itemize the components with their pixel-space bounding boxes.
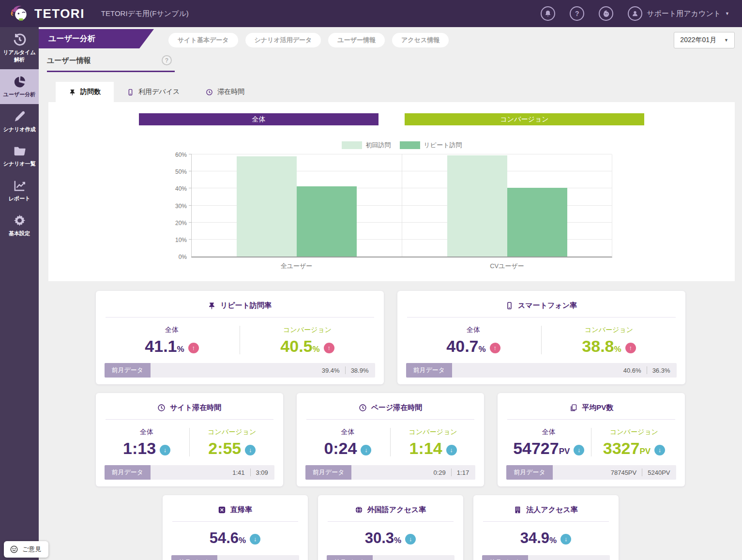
prev-month-label: 前月データ <box>105 465 151 480</box>
legend-item: 初回訪問 <box>342 141 391 150</box>
x-axis-labels: 全ユーザー CVユーザー <box>191 262 612 271</box>
pill-user-info[interactable]: ユーザー情報 <box>328 33 385 47</box>
card-smartphone-rate: スマートフォン率 全体 40.7% コンバージョン 38.8% 前月データ 40… <box>397 291 685 384</box>
card-bounce-rate: 直帰率 54.6% 前月データ 79% <box>163 495 308 560</box>
sidebar-item-scenario-create[interactable]: シナリオ作成 <box>0 104 39 139</box>
globe-icon <box>355 506 363 514</box>
card-page-duration: ページ滞在時間 全体 0:24 コンバージョン 1:14 前月データ 0:291… <box>297 393 484 486</box>
metric-single: 34.9% <box>482 522 610 555</box>
x-category-label: CVユーザー <box>402 262 612 271</box>
prev-month-bar: 前月データ 39.4%38.9% <box>105 363 375 378</box>
bar <box>237 156 297 257</box>
trend-down-icon <box>560 534 571 545</box>
help-icon[interactable] <box>162 55 172 65</box>
account-menu[interactable]: サポート用アカウント <box>628 6 729 21</box>
prev-month-bar: 前月データ 42.8% <box>327 555 454 560</box>
metric-conversion: コンバージョン 3327PV <box>591 428 676 456</box>
prev-month-label: 前月データ <box>406 363 453 378</box>
prev-month-bar: 前月データ 0:291:17 <box>305 465 475 480</box>
tab-devices[interactable]: 利用デバイス <box>114 82 193 102</box>
metric-conversion: コンバージョン 40.5% <box>240 326 375 354</box>
trend-down-icon <box>361 445 371 455</box>
folder-icon <box>13 144 27 158</box>
card-title: サイト滞在時間 <box>106 403 273 420</box>
metric-conversion: コンバージョン 38.8% <box>541 326 677 354</box>
trend-down-icon <box>250 534 260 545</box>
y-tick-label: 20% <box>165 220 187 227</box>
mascot-icon[interactable] <box>599 6 613 21</box>
card-corporate-access-rate: 法人アクセス率 34.9% 前月データ 66.9% <box>473 495 619 560</box>
trend-up-icon <box>188 343 199 353</box>
tab-duration[interactable]: 滞在時間 <box>193 82 257 102</box>
legend-label: リピート訪問 <box>424 141 462 150</box>
card-average-pv: 平均PV数 全体 54727PV コンバージョン 3327PV 前月データ 78… <box>498 393 685 486</box>
y-tick-label: 0% <box>165 254 187 260</box>
topbar: TETORI TETORIデモ用(Fサンプル) ? サポート用アカウント <box>0 0 742 27</box>
metric-overall: 全体 0:24 <box>305 428 390 456</box>
y-tick-label: 50% <box>165 168 187 175</box>
legend-item: リピート訪問 <box>400 141 462 150</box>
x-category-label: 全ユーザー <box>191 262 402 271</box>
metric-tabs: 訪問数 利用デバイス 滞在時間 <box>56 82 742 102</box>
legend-swatch <box>400 141 420 149</box>
card-title: 法人アクセス率 <box>483 505 609 522</box>
metric-overall: 全体 40.7% <box>406 326 541 354</box>
card-repeat-visit-rate: リピート訪問率 全体 41.1% コンバージョン 40.5% 前月データ 39.… <box>96 291 384 384</box>
metric-single: 30.3% <box>327 522 454 555</box>
pill-scenario-usage-data[interactable]: シナリオ活用データ <box>245 33 321 47</box>
trend-down-icon <box>405 534 416 545</box>
card-title: 外国語アクセス率 <box>328 505 454 522</box>
workspace-title: TETORIデモ用(Fサンプル) <box>101 9 189 18</box>
sidebar-item-scenario-list[interactable]: シナリオ一覧 <box>0 138 39 173</box>
sidebar-item-user-analysis[interactable]: ユーザー分析 <box>0 69 39 104</box>
legend-label: 初回訪問 <box>366 141 391 150</box>
y-tick-label: 30% <box>165 203 187 210</box>
prev-month-label: 前月データ <box>305 465 352 480</box>
card-title: 直帰率 <box>172 505 298 522</box>
clock-icon <box>359 404 367 412</box>
period-value: 2022年01月 <box>680 36 716 45</box>
prev-month-bar: 前月データ 79% <box>171 555 299 560</box>
y-tick-label: 10% <box>165 237 187 243</box>
metric-overall: 全体 41.1% <box>105 326 240 354</box>
legend-swatch <box>342 141 362 149</box>
prev-month-label: 前月データ <box>327 555 373 560</box>
feedback-label: ご意見 <box>22 545 41 554</box>
question-icon[interactable]: ? <box>570 6 584 21</box>
user-icon <box>628 6 642 21</box>
building-icon <box>514 506 522 514</box>
mascot-logo-icon <box>11 4 30 23</box>
bar-group-1 <box>192 154 402 257</box>
bell-icon[interactable] <box>541 6 555 21</box>
sidebar-item-report[interactable]: レポート <box>0 173 39 208</box>
metric-conversion: コンバージョン 1:14 <box>390 428 475 456</box>
section-title: ユーザー情報 <box>47 56 175 72</box>
trend-down-icon <box>446 445 457 455</box>
brand-logo[interactable]: TETORI <box>11 4 85 23</box>
pencil-icon <box>13 109 27 123</box>
card-title: スマートフォン率 <box>407 301 676 318</box>
bar <box>507 188 567 257</box>
trend-down-icon <box>574 445 584 455</box>
bar-chart-plot: 0%10%20%30%40%50%60% <box>191 154 612 257</box>
y-tick-label: 40% <box>165 185 187 192</box>
pill-access-info[interactable]: アクセス情報 <box>392 33 449 47</box>
prev-month-label: 前月データ <box>171 555 218 560</box>
period-select[interactable]: 2022年01月 <box>674 32 735 48</box>
feedback-button[interactable]: ご意見 <box>4 541 48 558</box>
pill-site-basic-data[interactable]: サイト基本データ <box>168 33 238 47</box>
line-chart-icon <box>13 179 27 193</box>
sidebar-item-realtime[interactable]: リアルタイム解析 <box>0 27 39 69</box>
chart-legend: 初回訪問リピート訪問 <box>191 141 612 150</box>
clock-icon <box>157 404 166 412</box>
trend-up-icon <box>490 343 500 353</box>
tab-visits[interactable]: 訪問数 <box>56 82 114 102</box>
history-icon <box>13 32 27 46</box>
trend-down-icon <box>245 445 256 455</box>
metric-overall: 全体 54727PV <box>506 428 591 456</box>
prev-month-bar: 前月データ 1:413:09 <box>105 465 274 480</box>
card-site-duration: サイト滞在時間 全体 1:13 コンバージョン 2:55 前月データ 1:413… <box>96 393 283 486</box>
chevron-down-icon <box>724 38 728 43</box>
sidebar-item-settings[interactable]: 基本設定 <box>0 208 39 243</box>
smartphone-icon <box>505 302 514 310</box>
